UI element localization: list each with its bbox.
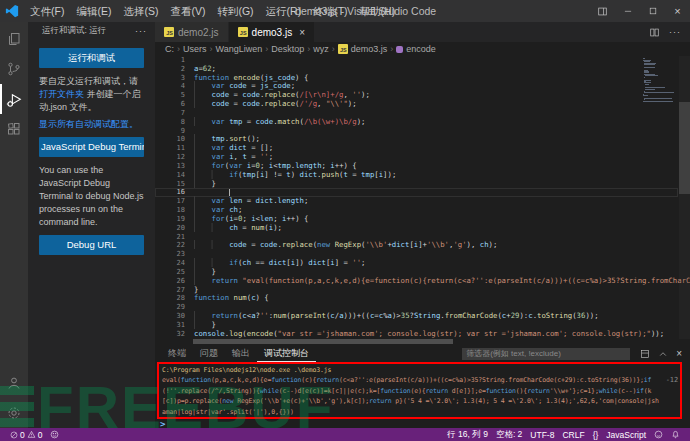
run-and-debug-icon[interactable] <box>0 84 28 114</box>
tab-bar: JS demo2.js JS demo3.js × ··· <box>155 22 690 42</box>
error-count: 0 <box>20 430 25 440</box>
line-number: 22 <box>155 241 194 250</box>
js-debug-terminal-button[interactable]: JavaScript Debug Terminal <box>39 137 144 157</box>
code-text: } <box>194 180 216 189</box>
code-line-30[interactable]: 30 return(c<a?'':num(parseInt(c/a)))+((c… <box>155 312 690 321</box>
debug-console[interactable]: C:\Program Files\nodejs12\node.exe .\dem… <box>155 362 690 428</box>
line-number: 5 <box>155 91 194 100</box>
console-source-link[interactable]: -12 <box>666 375 678 385</box>
menu-item[interactable]: 编辑(E) <box>70 0 117 22</box>
code-line-22[interactable]: 22 code = code.replace(new RegExp('\\b'+… <box>155 241 690 250</box>
tab-demo2[interactable]: JS demo2.js <box>155 22 229 42</box>
problems-status[interactable]: 0 0 <box>6 430 46 440</box>
horizontal-scrollbar[interactable] <box>155 339 690 345</box>
code-line-15[interactable]: 15 } <box>155 180 690 189</box>
views-more-actions-icon[interactable]: ··· <box>135 26 147 36</box>
code-line-20[interactable]: 20 ch = num(i); <box>155 224 690 233</box>
vertical-scroll-thumb[interactable] <box>679 102 690 194</box>
tab-demo3[interactable]: JS demo3.js × <box>229 22 315 42</box>
code-line-1[interactable]: 1 <box>155 56 690 65</box>
panel-tab[interactable]: 终端 <box>161 346 193 362</box>
code-text: function num(c) { <box>194 294 269 303</box>
close-panel-icon[interactable]: × <box>676 348 682 359</box>
line-number: 13 <box>155 162 194 171</box>
source-control-icon[interactable] <box>0 54 28 84</box>
more-actions-icon[interactable]: ··· <box>669 27 681 37</box>
restore-button[interactable] <box>640 0 665 22</box>
breadcrumb: C:›Users›WangLiwen›Desktop›wyz›JSdemo3.j… <box>155 42 690 56</box>
indentation-status[interactable]: 空格: 2 <box>492 429 526 441</box>
code-text: if(tmp[i] != t) dict.push(t = tmp[i]); <box>194 171 396 180</box>
code-line-28[interactable]: 28function num(c) { <box>155 294 690 303</box>
line-number: 6 <box>155 100 194 109</box>
sidebar-content: 运行和调试 要自定义运行和调试，请打开文件夹 并创建一个启动.json 文件。 … <box>28 40 155 264</box>
open-in-editor-icon[interactable] <box>640 349 650 359</box>
encoding-status[interactable]: UTF-8 <box>526 430 558 440</box>
minimap[interactable] <box>643 57 679 102</box>
code-line-24[interactable]: 24 if(ch == dict[i]) dict[i] = ''; <box>155 259 690 268</box>
notifications-bell-icon[interactable] <box>667 430 684 439</box>
menu-item[interactable]: 选择(S) <box>117 0 164 22</box>
console-filter-input[interactable]: 筛选器(例如 text, !exclude) <box>462 348 630 360</box>
open-folder-link[interactable]: 打开文件夹 <box>39 89 84 99</box>
minimap-line <box>644 92 674 93</box>
run-and-debug-button[interactable]: 运行和调试 <box>39 48 144 68</box>
line-number: 32 <box>155 330 194 339</box>
explorer-icon[interactable] <box>0 24 28 54</box>
show-auto-debug-configs-link[interactable]: 显示所有自动调试配置。 <box>39 119 138 129</box>
line-number: 11 <box>155 144 194 153</box>
layout-toggle-icon[interactable] <box>590 0 615 22</box>
horizontal-scroll-thumb[interactable] <box>193 339 453 344</box>
vertical-scrollbar[interactable] <box>679 56 690 339</box>
language-status-icon[interactable]: {} <box>589 430 603 440</box>
cursor-position-status[interactable]: 行 16, 列 9 <box>443 429 492 441</box>
breadcrumb-item[interactable]: C: <box>165 44 174 54</box>
breadcrumb-item[interactable]: wyz <box>313 44 329 54</box>
activity-bar <box>0 22 28 428</box>
close-window-button[interactable]: × <box>665 0 690 22</box>
line-number: 14 <box>155 171 194 180</box>
warning-icon <box>27 430 36 439</box>
feedback-icon[interactable] <box>46 430 63 439</box>
console-lines: C:\Program Files\nodejs12\node.exe .\dem… <box>162 365 677 417</box>
console-line: eval(function(p,a,c,k,e,d){e=function(c)… <box>162 375 677 385</box>
panel-tab[interactable]: 输出 <box>225 346 257 362</box>
menu-item[interactable]: 文件(F) <box>24 0 70 22</box>
line-number: 27 <box>155 286 194 295</box>
split-editor-icon[interactable] <box>649 27 660 38</box>
status-bar-right: 行 16, 列 9 空格: 2 UTF-8 CRLF {} JavaScript <box>443 429 684 441</box>
code-line-32[interactable]: 32console.log(encode("var str ='jshaman.… <box>155 330 690 339</box>
extensions-icon[interactable] <box>0 114 28 144</box>
breadcrumb-item[interactable]: JSdemo3.js <box>338 44 388 54</box>
line-number: 21 <box>155 233 194 242</box>
maximize-panel-icon[interactable] <box>658 349 668 359</box>
code-editor[interactable]: 12a=62;3function encode(js_code) {4 var … <box>155 56 690 339</box>
panel-tab[interactable]: 问题 <box>193 346 225 362</box>
workbench: 运行和调试: 运行 ··· 运行和调试 要自定义运行和调试，请打开文件夹 并创建… <box>0 22 690 428</box>
language-mode-status[interactable]: JavaScript <box>602 430 650 440</box>
breadcrumb-item[interactable]: WangLiwen <box>216 44 263 54</box>
menu-item[interactable]: 转到(G) <box>211 0 259 22</box>
line-number: 29 <box>155 303 194 312</box>
code-line-26[interactable]: 26 return "eval(function(p,a,c,k,e,d){e=… <box>155 277 690 286</box>
debug-url-button[interactable]: Debug URL <box>39 235 144 255</box>
console-line: (!''.replace(/^/,String)){while(c--)d[e(… <box>162 386 677 396</box>
breadcrumb-item[interactable]: encode <box>396 44 436 54</box>
symbol-function-icon <box>396 46 403 53</box>
tab-close-icon[interactable]: × <box>299 27 305 38</box>
code-line-8[interactable]: 8 var tmp = code.match(/\b(\w+)\b/g); <box>155 118 690 127</box>
code-lines: 12a=62;3function encode(js_code) {4 var … <box>155 56 690 339</box>
account-icon[interactable] <box>0 368 28 398</box>
minimize-button[interactable] <box>615 0 640 22</box>
breadcrumb-item[interactable]: Desktop <box>271 44 304 54</box>
menu-item[interactable]: 查看(V) <box>164 0 211 22</box>
code-line-6[interactable]: 6 code = code.replace(/'/g, "\\'"); <box>155 100 690 109</box>
eol-status[interactable]: CRLF <box>558 430 588 440</box>
breadcrumb-item[interactable]: Users <box>183 44 207 54</box>
code-line-14[interactable]: 14 if(tmp[i] != t) dict.push(t = tmp[i])… <box>155 171 690 180</box>
tweet-feedback-icon[interactable] <box>650 430 667 439</box>
minimap-line <box>645 84 649 85</box>
console-output-highlight-box: C:\Program Files\nodejs12\node.exe .\dem… <box>157 362 682 419</box>
panel-tab[interactable]: 调试控制台 <box>257 346 316 362</box>
settings-gear-icon[interactable] <box>0 398 28 428</box>
